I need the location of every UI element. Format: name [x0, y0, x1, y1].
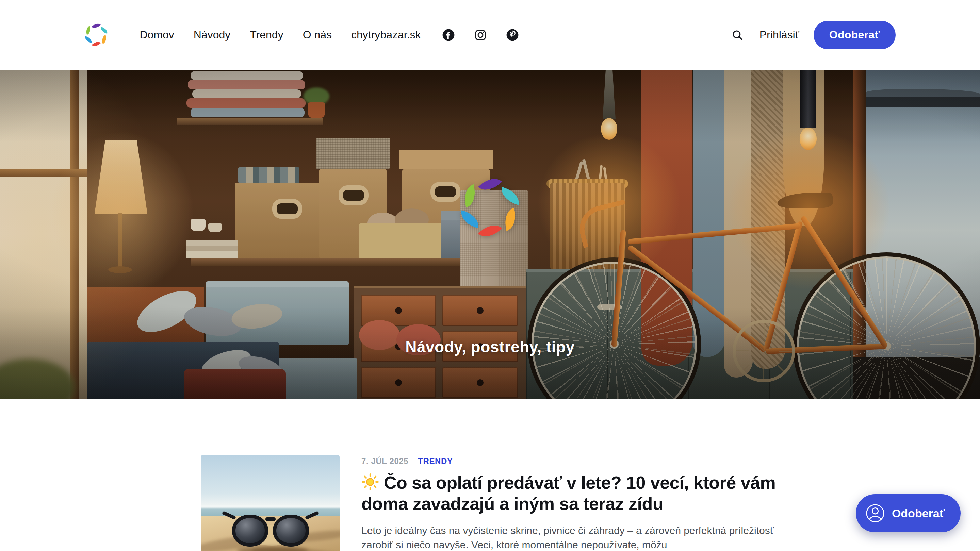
post-card[interactable]: 7. JÚL 2025 TRENDY [201, 455, 779, 551]
stacked-tapes [238, 167, 299, 183]
subscribe-button[interactable]: Odoberať [814, 21, 896, 49]
signin-link[interactable]: Prihlásiť [759, 29, 799, 41]
nav-item-domov[interactable]: Domov [140, 29, 174, 41]
nav-item-trendy[interactable]: Trendy [250, 29, 283, 41]
nav-item-o-nas[interactable]: O nás [303, 29, 332, 41]
header-actions: Prihlásiť Odoberať [732, 21, 896, 49]
nav-item-chytrybazar-sk[interactable]: chytrybazar.sk [351, 29, 421, 41]
open-box [359, 224, 445, 259]
main-nav: Domov Návody Trendy O nás chytrybazar.sk [140, 29, 421, 41]
hero-cover: Návody, postrehy, tipy [0, 70, 980, 399]
post-title[interactable]: Čo sa oplatí predávať v lete? 10 vecí, k… [361, 472, 779, 514]
post-feed: 7. JÚL 2025 TRENDY [201, 455, 779, 551]
post-date: 7. JÚL 2025 [361, 456, 408, 466]
site-header: Domov Návody Trendy O nás chytrybazar.sk… [0, 0, 980, 70]
post-tag-trendy[interactable]: TRENDY [418, 456, 453, 466]
hero-tagline: Návody, postrehy, tipy [0, 338, 980, 356]
member-icon [865, 503, 885, 523]
portal-subscribe-button[interactable]: Odoberať [856, 494, 961, 532]
sun-emoji-icon [361, 473, 379, 491]
post-meta: 7. JÚL 2025 TRENDY [361, 456, 779, 466]
cups-and-books [186, 230, 237, 259]
nav-item-navody[interactable]: Návody [194, 29, 231, 41]
search-button[interactable] [732, 28, 745, 42]
post-body: 7. JÚL 2025 TRENDY [361, 455, 779, 551]
towel-shelf [177, 118, 323, 125]
instagram-icon[interactable] [474, 29, 487, 41]
sunglasses [232, 514, 268, 546]
pinterest-icon[interactable] [506, 29, 519, 41]
search-icon [732, 29, 743, 41]
facebook-icon[interactable] [442, 29, 455, 41]
pendant-light [800, 70, 816, 128]
site-logo[interactable] [84, 22, 108, 47]
portal-subscribe-label: Odoberať [892, 507, 945, 520]
red-basket [184, 369, 286, 399]
post-title-text: Čo sa oplatí predávať v lete? 10 vecí, k… [361, 473, 775, 514]
hero-logo [460, 176, 520, 240]
social-links [442, 29, 519, 41]
post-thumbnail[interactable] [201, 455, 340, 551]
post-excerpt: Leto je ideálny čas na vyčistenie skrine… [361, 524, 780, 551]
